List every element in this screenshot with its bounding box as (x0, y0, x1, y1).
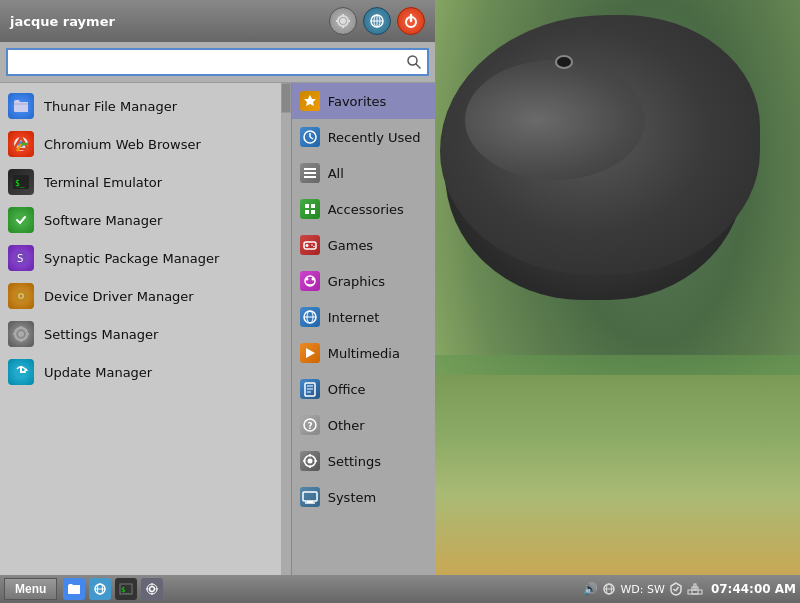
svg-point-0 (340, 18, 346, 24)
settings-taskbar-svg (145, 582, 159, 596)
menu-button[interactable]: Menu (4, 578, 57, 600)
username-label: jacque raymer (10, 14, 329, 29)
category-label-recently-used: Recently Used (328, 130, 421, 145)
svg-text:S: S (17, 253, 23, 264)
category-icon-games (300, 235, 320, 255)
apps-panel: Thunar File ManagerChromium Web Browser$… (0, 83, 281, 575)
taskbar: Menu $_ (0, 575, 800, 603)
svg-rect-38 (304, 176, 316, 178)
scrollbar[interactable] (281, 83, 291, 575)
categories-panel: FavoritesRecently UsedAllAccessoriesGame… (291, 83, 435, 575)
category-icon-internet (300, 307, 320, 327)
category-label-games: Games (328, 238, 373, 253)
svg-rect-77 (152, 583, 153, 586)
svg-marker-32 (304, 95, 316, 106)
app-icon-software (8, 207, 34, 233)
svg-text:$_: $_ (15, 179, 25, 188)
category-item-office[interactable]: Office (292, 371, 435, 407)
app-item-terminal[interactable]: $_Terminal Emulator (0, 163, 281, 201)
category-icon-recently-used (300, 127, 320, 147)
category-icon-office (300, 379, 320, 399)
category-label-accessories: Accessories (328, 202, 404, 217)
taskbar-terminal-icon[interactable]: $_ (115, 578, 137, 600)
network-icon[interactable] (363, 7, 391, 35)
app-item-update[interactable]: Update Manager (0, 353, 281, 391)
svg-point-24 (18, 331, 24, 337)
svg-rect-67 (303, 492, 317, 501)
category-item-favorites[interactable]: Favorites (292, 83, 435, 119)
taskbar-settings-icon[interactable] (141, 578, 163, 600)
globe-taskbar-svg (93, 582, 107, 596)
svg-marker-54 (306, 348, 315, 358)
app-item-thunar[interactable]: Thunar File Manager (0, 87, 281, 125)
svg-point-75 (150, 587, 155, 592)
category-label-favorites: Favorites (328, 94, 387, 109)
app-label-update: Update Manager (44, 365, 152, 380)
search-icon (407, 55, 421, 69)
category-label-multimedia: Multimedia (328, 346, 400, 361)
svg-rect-42 (311, 210, 315, 214)
category-item-other[interactable]: ?Other (292, 407, 435, 443)
power-icon[interactable] (397, 7, 425, 35)
category-label-system: System (328, 490, 376, 505)
app-icon-chromium (8, 131, 34, 157)
app-item-driver[interactable]: Device Driver Manager (0, 277, 281, 315)
app-icon-settings (8, 321, 34, 347)
security-icon (669, 582, 683, 596)
app-item-chromium[interactable]: Chromium Web Browser (0, 125, 281, 163)
app-icon-update (8, 359, 34, 385)
app-icon-synaptic: S (8, 245, 34, 271)
category-label-office: Office (328, 382, 366, 397)
taskbar-file-manager-icon[interactable] (63, 578, 85, 600)
category-icon-favorites (300, 91, 320, 111)
category-label-internet: Internet (328, 310, 380, 325)
category-icon-settings-cat (300, 451, 320, 471)
category-item-recently-used[interactable]: Recently Used (292, 119, 435, 155)
svg-line-35 (310, 137, 313, 139)
globe-svg (369, 13, 385, 29)
category-label-graphics: Graphics (328, 274, 385, 289)
category-label-all: All (328, 166, 344, 181)
taskbar-icons: $_ (63, 578, 163, 600)
app-item-settings[interactable]: Settings Manager (0, 315, 281, 353)
search-container (6, 48, 429, 76)
taskbar-status: 🔊 WD: SW (583, 582, 702, 596)
category-item-accessories[interactable]: Accessories (292, 191, 435, 227)
svg-rect-41 (305, 210, 309, 214)
svg-rect-2 (342, 14, 344, 17)
app-label-settings: Settings Manager (44, 327, 158, 342)
svg-line-13 (416, 64, 420, 68)
wd-label: WD: SW (620, 583, 664, 596)
svg-rect-66 (314, 460, 317, 462)
category-item-all[interactable]: All (292, 155, 435, 191)
svg-rect-26 (20, 326, 22, 329)
search-input[interactable] (8, 55, 401, 70)
power-svg (403, 13, 419, 29)
category-item-graphics[interactable]: Graphics (292, 263, 435, 299)
search-button[interactable] (401, 49, 427, 75)
svg-point-23 (20, 295, 23, 298)
system-preferences-icon[interactable] (329, 7, 357, 35)
category-item-system[interactable]: System (292, 479, 435, 515)
taskbar-browser-icon[interactable] (89, 578, 111, 600)
category-label-settings-cat: Settings (328, 454, 381, 469)
top-panel-icons (329, 7, 425, 35)
app-item-synaptic[interactable]: SSynaptic Package Manager (0, 239, 281, 277)
category-item-internet[interactable]: Internet (292, 299, 435, 335)
search-bar (0, 42, 435, 83)
app-label-software: Software Manager (44, 213, 162, 228)
app-icon-thunar (8, 93, 34, 119)
terminal-svg: $_ (119, 582, 133, 596)
app-label-thunar: Thunar File Manager (44, 99, 177, 114)
svg-line-85 (675, 587, 678, 591)
scrollbar-thumb[interactable] (281, 83, 291, 113)
category-item-settings-cat[interactable]: Settings (292, 443, 435, 479)
app-item-software[interactable]: Software Manager (0, 201, 281, 239)
svg-rect-37 (304, 172, 316, 174)
svg-rect-63 (309, 454, 311, 457)
category-item-games[interactable]: Games (292, 227, 435, 263)
category-item-multimedia[interactable]: Multimedia (292, 335, 435, 371)
category-icon-multimedia (300, 343, 320, 363)
svg-rect-78 (152, 593, 153, 596)
svg-rect-64 (309, 466, 311, 469)
